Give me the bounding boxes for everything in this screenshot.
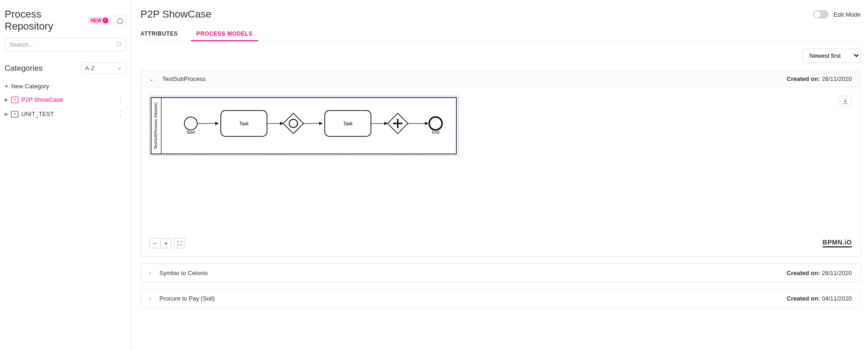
sort-select[interactable]: A-Z	[81, 62, 126, 74]
more-menu-icon[interactable]: ⋮	[117, 110, 123, 118]
created-label: Created on:	[787, 75, 820, 82]
edit-mode-toggle[interactable]	[813, 10, 829, 18]
bpmn-diagram[interactable]: TestSubProcess (Master) Start Task	[149, 96, 852, 248]
sidebar-item-p2p-showcase[interactable]: ▶ ≡ P2P ShowCase ⋮	[5, 92, 126, 107]
panel-header-toggle[interactable]: ⌄ TestSubProcess Created on: 26/11/2020	[141, 71, 860, 87]
bpmn-gateway-inclusive[interactable]	[283, 113, 303, 134]
bpmn-end-event[interactable]	[429, 117, 442, 130]
sidebar-item-label: UNIT_TEST	[21, 111, 54, 117]
panel-created-meta: Created on: 26/11/2020	[787, 270, 852, 276]
process-icon: ≡	[11, 111, 18, 117]
svg-point-0	[117, 42, 121, 45]
process-icon: ≡	[11, 97, 18, 103]
download-button[interactable]	[839, 96, 852, 107]
panel-created-meta: Created on: 04/11/2020	[787, 295, 852, 302]
home-icon	[117, 17, 123, 24]
main-content: P2P ShowCase Edit Mode ATTRIBUTES PROCES…	[131, 0, 868, 350]
svg-line-1	[120, 45, 121, 46]
home-button[interactable]	[115, 15, 126, 26]
chevron-right-icon: ›	[149, 270, 151, 276]
models-sort-select[interactable]: Newest first	[802, 49, 861, 63]
new-badge[interactable]: NEW ?	[88, 17, 110, 24]
created-label: Created on:	[787, 295, 820, 302]
bpmn-start-label: Start	[186, 130, 195, 135]
bpmn-lane-label: TestSubProcess (Master)	[153, 102, 158, 149]
fit-screen-button[interactable]	[174, 238, 185, 248]
bpmn-io-logo: BPMN.iO	[823, 239, 852, 248]
sidebar-item-unit-test[interactable]: ▶ ≡ UNIT_TEST ⋮	[5, 107, 126, 121]
bpmn-end-label: End	[432, 130, 439, 135]
created-date: 26/11/2020	[822, 75, 852, 82]
bpmn-start-event[interactable]	[184, 117, 197, 130]
svg-point-7	[289, 119, 297, 128]
bpmn-task-label: Task	[343, 121, 353, 126]
created-date: 04/11/2020	[822, 295, 852, 302]
search-icon	[116, 41, 122, 49]
panel-title: Symbio to Celonis	[159, 270, 208, 276]
panel-title: Procure to Pay (Soll)	[159, 295, 215, 302]
chevron-down-icon: ⌄	[149, 76, 154, 82]
sidebar: Process Repository NEW ? Categories A-Z	[0, 0, 131, 350]
help-icon: ?	[103, 18, 108, 23]
created-date: 26/11/2020	[822, 270, 852, 276]
chevron-right-icon: ›	[149, 295, 151, 302]
svg-rect-2	[150, 96, 459, 156]
tab-attributes[interactable]: ATTRIBUTES	[140, 27, 178, 41]
new-badge-label: NEW	[91, 18, 101, 23]
new-category-label: New Category	[11, 83, 49, 90]
tabs: ATTRIBUTES PROCESS MODELS	[140, 27, 861, 41]
created-label: Created on:	[787, 270, 820, 276]
model-panel-collapsed[interactable]: › Symbio to Celonis Created on: 26/11/20…	[140, 264, 861, 282]
new-category-button[interactable]: + New Category	[5, 80, 126, 92]
model-panel-expanded: ⌄ TestSubProcess Created on: 26/11/2020	[140, 70, 861, 257]
fullscreen-icon	[177, 240, 182, 246]
sidebar-title: Process Repository	[5, 8, 84, 32]
more-menu-icon[interactable]: ⋮	[117, 95, 123, 104]
plus-icon: +	[5, 82, 8, 90]
zoom-in-button[interactable]: +	[160, 238, 171, 248]
edit-mode-label: Edit Mode	[833, 11, 861, 18]
sidebar-item-label: P2P ShowCase	[21, 96, 63, 103]
page-title: P2P ShowCase	[140, 8, 212, 20]
panel-created-meta: Created on: 26/11/2020	[787, 75, 852, 82]
model-panel-collapsed[interactable]: › Procure to Pay (Soll) Created on: 04/1…	[140, 289, 861, 308]
tab-process-models[interactable]: PROCESS MODELS	[196, 27, 253, 41]
search-input[interactable]	[5, 38, 126, 51]
caret-icon: ▶	[5, 97, 8, 102]
panel-title: TestSubProcess	[162, 75, 206, 82]
caret-icon: ▶	[5, 111, 8, 117]
zoom-out-button[interactable]: −	[149, 238, 160, 248]
categories-heading: Categories	[5, 64, 42, 73]
bpmn-task-label: Task	[239, 121, 249, 126]
download-icon	[842, 98, 849, 104]
